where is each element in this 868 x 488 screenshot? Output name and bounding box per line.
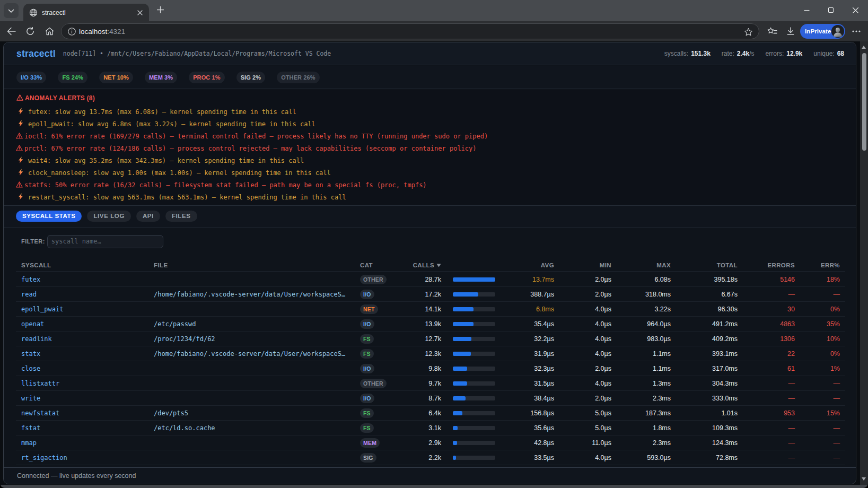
category-badge: FS	[360, 334, 402, 344]
column-header-min[interactable]: MIN	[554, 262, 611, 268]
calls-bar-track	[453, 277, 495, 282]
globe-icon	[29, 8, 38, 17]
alert-text: epoll_pwait: slow avg 6.8ms (max 3.22s) …	[28, 120, 315, 128]
tab-title: stracectl	[42, 9, 136, 16]
download-icon[interactable]	[783, 23, 799, 39]
table-row-statx[interactable]: statx/home/fabiano/.vscode-server/data/U…	[16, 346, 845, 361]
category-chip-proc[interactable]: PROC 1%	[189, 72, 224, 83]
browser-tab-strip: stracectl	[0, 0, 868, 21]
scrollbar-up-arrow[interactable]	[862, 46, 866, 49]
category-chip-sig[interactable]: SIG 2%	[236, 72, 266, 83]
chevron-down-icon	[8, 6, 14, 15]
column-header-avg[interactable]: AVG	[495, 262, 554, 268]
browser-toolbar: localhost:4321 InPrivate	[0, 21, 868, 41]
calls-bar-fill	[453, 411, 462, 415]
column-header-file[interactable]: FILE	[154, 262, 360, 268]
total-value: 395.18s	[671, 276, 738, 283]
scrollbar-down-arrow[interactable]	[862, 477, 866, 481]
avg-value: 35.4µs	[495, 320, 554, 328]
table-row-read[interactable]: read/home/fabiano/.vscode-server/data/Us…	[16, 287, 845, 302]
column-header-syscall[interactable]: SYSCALL	[21, 262, 154, 268]
calls-value: 28.7k	[402, 276, 441, 283]
category-badge: MEM	[360, 438, 402, 448]
column-header-cat[interactable]: CAT	[360, 262, 402, 268]
calls-bar-track	[453, 322, 495, 326]
page-scrollbar[interactable]	[860, 41, 868, 485]
app-panel: stracectl node[711] • /mnt/c/Users/Fabia…	[3, 42, 856, 484]
calls-bar-fill	[453, 426, 458, 430]
window-minimize-button[interactable]	[794, 0, 819, 20]
column-header-errp[interactable]: ERR%	[795, 262, 840, 268]
table-row-close[interactable]: closeI/O9.8k32.3µs2.0µs1.1ms317.0ms611%	[16, 361, 845, 376]
reload-button[interactable]	[22, 23, 38, 39]
browser-tab-stracectl[interactable]: stracectl	[23, 4, 149, 21]
column-header-errors[interactable]: ERRORS	[738, 262, 795, 268]
calls-bar-track	[453, 411, 495, 415]
scrollbar-thumb[interactable]	[862, 53, 866, 151]
errp-value: 18%	[795, 276, 840, 283]
table-row-llistxattr[interactable]: llistxattrOTHER9.7k31.5µs4.0µs1.3ms304.3…	[16, 376, 845, 391]
category-chip-mem[interactable]: MEM 3%	[145, 72, 177, 83]
address-bar[interactable]: localhost:4321	[61, 23, 759, 39]
tab-close-button[interactable]	[136, 8, 144, 17]
avg-value: 13.7ms	[495, 276, 554, 283]
table-row-rt_sigaction[interactable]: rt_sigactionSIG2.2k33.5µs4.0µs593.0µs72.…	[16, 450, 845, 465]
app-logo: stracectl	[16, 48, 56, 59]
category-chip-other[interactable]: OTHER 26%	[277, 72, 319, 83]
category-chip-io[interactable]: I/O 33%	[16, 72, 46, 83]
sort-desc-icon	[436, 262, 441, 268]
filter-input[interactable]	[47, 235, 163, 248]
new-tab-button[interactable]	[155, 5, 165, 16]
errp-value: 35%	[795, 320, 840, 328]
site-info-icon[interactable]	[66, 25, 77, 37]
errp-value: —	[795, 439, 840, 447]
category-chip-fs[interactable]: FS 24%	[58, 72, 87, 83]
avg-value: 38.4µs	[495, 395, 554, 402]
category-badge-mem: MEM	[360, 438, 380, 448]
header-stat-unique: unique:68	[813, 50, 844, 57]
warning-triangle-icon	[16, 180, 23, 190]
calls-bar-track	[453, 396, 495, 400]
table-row-readlink[interactable]: readlink/proc/1234/fd/62FS12.7k32.2µs4.0…	[16, 332, 845, 346]
column-header-total[interactable]: TOTAL	[671, 262, 738, 268]
favorites-icon[interactable]	[764, 23, 780, 39]
header-stat-errors: errors:12.9k	[766, 50, 803, 57]
total-value: 393.1ms	[671, 350, 738, 358]
calls-bar-fill	[453, 396, 466, 400]
settings-menu-icon[interactable]	[848, 23, 864, 39]
table-row-mmap[interactable]: mmapMEM2.9k42.8µs11.0µs2.3ms124.3ms——	[16, 435, 845, 450]
errors-value: 1306	[738, 335, 795, 343]
column-header-max[interactable]: MAX	[611, 262, 671, 268]
lightning-bolt-icon	[18, 168, 23, 178]
errors-value: —	[738, 395, 795, 402]
inprivate-badge[interactable]: InPrivate	[800, 24, 845, 39]
home-button[interactable]	[41, 23, 57, 39]
view-tab-syscall-stats[interactable]: SYSCALL STATS	[16, 211, 82, 222]
view-tab-live-log[interactable]: LIVE LOG	[87, 211, 130, 222]
file-path: /home/fabiano/.vscode-server/data/User/w…	[154, 291, 360, 298]
column-header-calls[interactable]: CALLS	[402, 262, 441, 268]
window-maximize-button[interactable]	[819, 0, 843, 20]
table-row-epoll_pwait[interactable]: epoll_pwaitNET14.1k6.8ms4.0µs3.22s96.30s…	[16, 302, 845, 317]
avg-value: 388.7µs	[495, 291, 554, 298]
alert-item-slow: restart_syscall: slow avg 563.1ms (max 5…	[4, 191, 856, 203]
table-row-newfstatat[interactable]: newfstatat/dev/pts5FS6.4k156.8µs5.0µs187…	[16, 406, 845, 421]
max-value: 1.3ms	[611, 380, 671, 387]
view-tab-api[interactable]: API	[136, 211, 160, 222]
table-row-openat[interactable]: openat/etc/passwdI/O13.9k35.4µs4.0µs964.…	[16, 317, 845, 332]
back-button[interactable]	[3, 23, 19, 39]
favorite-star-icon[interactable]	[742, 25, 755, 38]
window-close-button[interactable]	[843, 0, 867, 20]
table-row-futex[interactable]: futexOTHER28.7k13.7ms2.0µs6.08s395.18s51…	[16, 272, 845, 287]
category-chip-net[interactable]: NET 10%	[99, 72, 133, 83]
errp-value: 0%	[795, 350, 840, 358]
calls-value: 9.7k	[402, 380, 441, 387]
calls-value: 14.1k	[402, 306, 441, 313]
view-tab-files[interactable]: FILES	[165, 211, 197, 222]
table-row-fstat[interactable]: fstat/etc/ld.so.cacheFS3.1k35.6µs5.0µs1.…	[16, 421, 845, 435]
tab-search-dropdown-button[interactable]	[4, 3, 19, 18]
errp-value: —	[795, 424, 840, 432]
table-row-write[interactable]: writeI/O8.7k38.4µs2.0µs2.3ms333.0ms——	[16, 391, 845, 406]
category-badge-fs: FS	[360, 334, 374, 344]
calls-bar	[441, 277, 495, 282]
